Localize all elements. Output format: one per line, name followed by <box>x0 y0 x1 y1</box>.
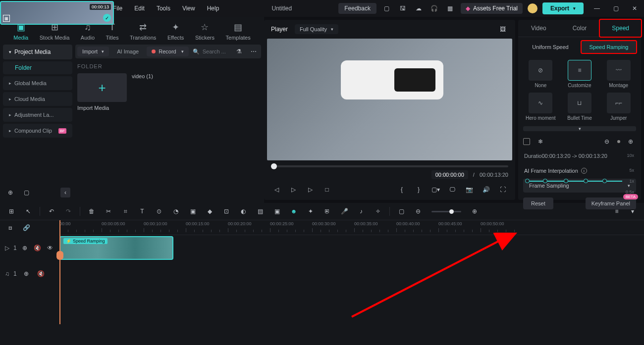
ai-icon[interactable]: ✦ <box>305 206 316 217</box>
magnet-icon[interactable]: ⧈ <box>5 222 16 233</box>
chroma-icon[interactable]: ◐ <box>238 206 249 217</box>
more-icon[interactable]: ⋯ <box>248 46 259 57</box>
stop-icon[interactable]: □ <box>322 184 332 195</box>
sidebar-adjustment[interactable]: Adjustment La... <box>3 108 72 122</box>
sidebar-cloud[interactable]: Cloud Media <box>3 92 72 106</box>
menu-view[interactable]: View <box>176 5 201 12</box>
speed-ramping-tab[interactable]: Speed Ramping <box>582 41 636 53</box>
snapshot-icon[interactable]: 🖼 <box>497 24 508 35</box>
tracking-icon[interactable]: ⊡ <box>221 206 232 217</box>
mask-icon[interactable]: ▣ <box>187 206 198 217</box>
zoom-out-icon[interactable]: ⊖ <box>413 206 424 217</box>
preset-jumper[interactable]: ⌐⌐Jumper <box>601 93 636 121</box>
crop-icon[interactable]: ⌗ <box>120 206 131 217</box>
display-icon[interactable]: 🖵 <box>447 184 458 195</box>
preset-bullet[interactable]: ⊔Bullet Time <box>562 93 597 121</box>
link-icon[interactable]: 🔗 <box>21 222 32 233</box>
layout-icon[interactable]: ▢ <box>381 3 392 14</box>
track-add-icon[interactable]: ⊕ <box>21 243 29 253</box>
keyframe-panel-button[interactable]: Keyframe PanelBETA <box>586 197 636 209</box>
prev-frame-icon[interactable]: ◁ <box>271 184 282 195</box>
seek-slider[interactable] <box>271 165 508 167</box>
freeze-toggle[interactable] <box>523 138 530 145</box>
collapse-sidebar-icon[interactable]: ‹ <box>60 188 70 197</box>
clip-thumbnail[interactable]: 00:00:13 ▦ ✓ <box>0 1 114 25</box>
sparkle-icon[interactable]: ✧ <box>373 206 383 217</box>
timeline-clip[interactable]: ⚡Speed Ramping <box>59 236 173 260</box>
speed-icon[interactable]: ⊙ <box>154 206 164 217</box>
sidebar-folder[interactable]: Folder <box>3 61 72 74</box>
prop-tab-speed[interactable]: Speed <box>600 20 641 37</box>
minimize-icon[interactable]: — <box>591 3 602 14</box>
menu-tools[interactable]: Tools <box>151 5 176 12</box>
player-viewport[interactable] <box>267 39 512 160</box>
tab-stickers[interactable]: ☆Stickers <box>193 21 216 42</box>
maximize-icon[interactable]: ▢ <box>610 3 621 14</box>
import-media-tile[interactable]: + <box>77 73 127 102</box>
tab-transitions[interactable]: ⇄Transitions <box>128 21 158 42</box>
tl-grid-icon[interactable]: ⊞ <box>6 206 17 217</box>
track-eye-icon[interactable]: 👁 <box>46 243 54 253</box>
shield-icon[interactable]: ⛨ <box>322 206 333 217</box>
menu-edit[interactable]: Edit <box>128 5 151 12</box>
tab-effects[interactable]: ✦Effects <box>165 21 186 42</box>
preset-customize[interactable]: ≡Customize <box>562 60 597 89</box>
group-icon[interactable]: ▣ <box>271 206 282 217</box>
menu-help[interactable]: Help <box>201 5 225 12</box>
marker-icon[interactable]: ▢ <box>396 206 407 217</box>
save-icon[interactable]: 🖫 <box>397 3 408 14</box>
avatar[interactable] <box>528 3 537 13</box>
audio-add-icon[interactable]: ⊕ <box>21 268 32 279</box>
sidebar-global[interactable]: Global Media <box>3 76 72 90</box>
fullscreen-icon[interactable]: ⛶ <box>497 184 508 195</box>
smart-icon[interactable]: ☻ <box>288 206 299 217</box>
prop-tab-video[interactable]: Video <box>518 20 559 37</box>
add-keyframe-icon[interactable]: ⊕ <box>625 136 636 147</box>
uniform-speed-tab[interactable]: Uniform Speed <box>523 41 578 53</box>
zoom-in-icon[interactable]: ⊕ <box>469 206 480 217</box>
track-mute-icon[interactable]: 🔇 <box>33 243 42 253</box>
ai-image-button[interactable]: AI Image <box>113 47 143 56</box>
zoom-slider[interactable] <box>431 211 461 212</box>
cloud-icon[interactable]: ☁ <box>413 3 424 14</box>
preset-none[interactable]: ⊘None <box>523 60 558 89</box>
reset-button[interactable]: Reset <box>523 197 553 209</box>
prop-tab-color[interactable]: Color <box>559 20 600 37</box>
new-folder-icon[interactable]: ⊕ <box>5 187 16 198</box>
assets-trial-button[interactable]: Assets Free Trial <box>461 3 523 14</box>
export-button[interactable]: Export▾ <box>542 2 584 14</box>
mark-in-icon[interactable]: { <box>396 184 407 195</box>
mark-out-icon[interactable]: } <box>413 184 424 195</box>
search-input[interactable]: Search ... <box>193 49 229 55</box>
info-icon[interactable]: i <box>581 168 587 174</box>
audio-mute-icon[interactable]: 🔇 <box>36 268 47 279</box>
expand-presets[interactable]: ▾ <box>523 126 636 131</box>
record-button[interactable]: Record▾ <box>147 47 188 56</box>
cut-icon[interactable]: ✂ <box>103 206 114 217</box>
folder-icon[interactable]: ▢ <box>21 187 32 198</box>
volume-icon[interactable]: 🔊 <box>481 184 491 195</box>
preset-montage[interactable]: 〰Montage <box>601 60 636 89</box>
filter-icon[interactable]: ⚗ <box>233 46 244 57</box>
next-frame-icon[interactable]: ▷ <box>305 184 316 195</box>
feedback-button[interactable]: Feedback <box>338 3 376 14</box>
sidebar-header[interactable]: ▾Project Media <box>3 45 72 59</box>
redo-icon[interactable]: ↷ <box>63 206 74 217</box>
quality-dropdown[interactable]: Full Quality <box>295 24 338 34</box>
color-icon[interactable]: ◔ <box>170 206 181 217</box>
sidebar-compound[interactable]: Compound ClipBF <box>3 124 72 138</box>
apps-icon[interactable]: ▦ <box>445 3 456 14</box>
preset-hero[interactable]: ∿Hero moment <box>523 93 558 121</box>
delete-icon[interactable]: 🗑 <box>86 206 97 217</box>
camera-icon[interactable]: 📷 <box>464 184 475 195</box>
keyframe-icon[interactable]: ◆ <box>204 206 215 217</box>
play-icon[interactable]: ▷ <box>288 184 299 195</box>
ratio-icon[interactable]: ▢▾ <box>430 184 441 195</box>
snowflake-icon[interactable]: ❄ <box>535 136 546 147</box>
music-icon[interactable]: ♪ <box>356 206 367 217</box>
tab-templates[interactable]: ▤Templates <box>224 21 253 42</box>
close-icon[interactable]: ✕ <box>629 3 640 14</box>
tl-cursor-icon[interactable]: ↖ <box>23 206 34 217</box>
remove-keyframe-icon[interactable]: ⊖ <box>601 136 612 147</box>
mic-icon[interactable]: 🎤 <box>339 206 350 217</box>
